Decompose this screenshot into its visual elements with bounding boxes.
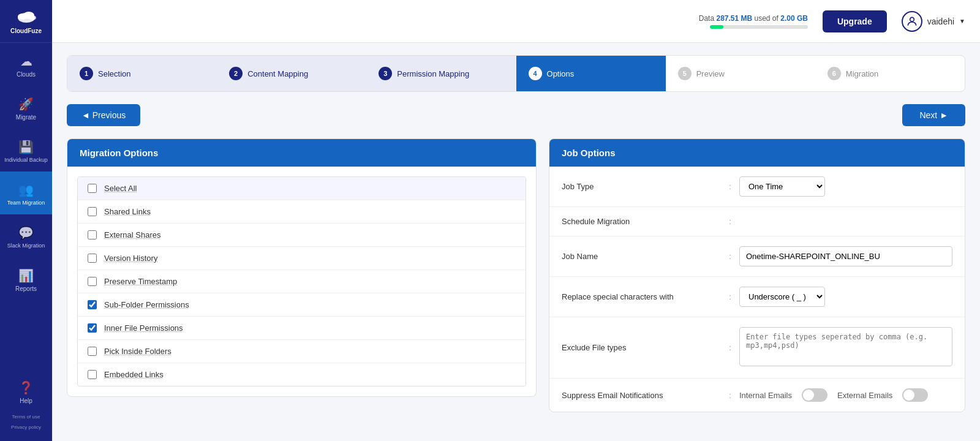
checkbox-row-external-shares[interactable]: External Shares [78,224,526,247]
migration-options-body: Select AllShared LinksExternal SharesVer… [67,167,536,396]
checkbox-label-shared-links: Shared Links [104,207,151,216]
checkbox-preserve-timestamp[interactable] [88,277,97,286]
user-menu[interactable]: vaidehi ▼ [902,11,965,32]
job-separator-0: : [721,182,739,191]
checkbox-version-history[interactable] [88,254,97,263]
job-control-4 [739,327,952,368]
job-input-2[interactable] [739,246,952,266]
checkbox-select-all[interactable] [88,184,97,193]
checkbox-label-embedded-links: Embedded Links [104,370,164,379]
job-options-body: Job Type:One TimeScheduledDeltaSchedule … [549,167,965,412]
job-label-0: Job Type [562,182,721,191]
sidebar-item-reports[interactable]: 📊 Reports [0,257,52,300]
checkbox-row-embedded-links[interactable]: Embedded Links [78,363,526,386]
checkbox-inner-file-permissions[interactable] [88,323,97,333]
job-option-row-2: Job Name: [549,236,965,277]
job-option-row-3: Replace special characters with:Undersco… [549,277,965,317]
job-option-row-0: Job Type:One TimeScheduledDelta [549,167,965,207]
checkbox-row-pick-inside-folders[interactable]: Pick Inside Folders [78,340,526,363]
topbar: Data 287.51 MB used of 2.00 GB Upgrade v… [52,0,980,43]
team-migration-icon: 👥 [18,183,34,197]
brand-logo[interactable]: CloudFuze [0,0,52,43]
next-button[interactable]: Next ► [902,104,965,126]
checkbox-label-external-shares: External Shares [104,230,161,239]
sidebar: CloudFuze ☁ Clouds 🚀 Migrate 💾 Individua… [0,0,52,441]
job-select-3[interactable]: Underscore ( _ )Hyphen ( - )None [739,287,825,307]
job-textarea-4[interactable] [739,327,952,366]
step-preview[interactable]: 5Preview [666,56,815,91]
checkbox-row-inner-file-permissions[interactable]: Inner File Permissions [78,317,526,340]
job-control-1 [739,217,952,226]
internal-emails-label: Internal Emails [739,391,792,400]
sidebar-item-individual-backup[interactable]: 💾 Individual Backup [0,129,52,172]
step-selection[interactable]: 1Selection [67,56,217,91]
checkbox-label-preserve-timestamp: Preserve Timestamp [104,277,177,286]
chevron-down-icon: ▼ [959,18,965,24]
step-permission-mapping[interactable]: 3Permission Mapping [366,56,516,91]
step-label-3: Permission Mapping [397,69,469,78]
data-usage-indicator: Data 287.51 MB used of 2.00 GB [699,14,808,29]
job-options-panel: Job Options Job Type:One TimeScheduledDe… [549,138,965,412]
job-select-0[interactable]: One TimeScheduledDelta [739,176,825,197]
external-emails-toggle[interactable] [902,388,928,402]
step-number-2: 2 [229,67,243,80]
job-separator-5: : [721,391,739,400]
job-control-0: One TimeScheduledDelta [739,176,952,197]
brand-name: CloudFuze [10,28,42,34]
sidebar-item-help[interactable]: ❓ Help [0,373,52,409]
internal-emails-toggle[interactable] [802,388,827,402]
step-content-mapping[interactable]: 2Content Mapping [217,56,366,91]
data-used-of: used of [755,14,778,23]
username: vaidehi [927,17,954,26]
checkbox-external-shares[interactable] [88,230,97,239]
job-option-row-5: Suppress Email Notifications:Internal Em… [549,379,965,412]
checkbox-row-select-all[interactable]: Select All [78,177,526,200]
step-options[interactable]: 4Options [516,56,666,91]
migration-options-panel: Migration Options Select AllShared Links… [67,138,537,412]
reports-icon: 📊 [18,268,34,283]
data-label: Data [699,14,714,23]
job-option-row-1: Schedule Migration: [549,207,965,236]
sidebar-item-team-migration[interactable]: 👥 Team Migration [0,172,52,214]
sidebar-item-clouds[interactable]: ☁ Clouds [0,43,52,86]
step-label-5: Preview [696,69,725,78]
sidebar-item-migrate[interactable]: 🚀 Migrate [0,86,52,129]
storage-bar-fill [710,25,723,29]
nav-buttons: ◄ Previous Next ► [67,104,965,126]
step-label-4: Options [547,69,575,78]
job-label-4: Exclude File types [562,343,721,352]
step-number-4: 4 [529,67,542,80]
storage-bar [710,25,808,29]
help-icon: ❓ [18,380,34,395]
job-label-2: Job Name [562,252,721,261]
sidebar-item-slack-migration[interactable]: 💬 Slack Migration [0,214,52,257]
checkbox-embedded-links[interactable] [88,370,97,379]
terms-link[interactable]: Terms of use [4,412,48,422]
sidebar-label-migrate: Migrate [16,114,36,121]
job-label-3: Replace special characters with [562,292,721,301]
job-label-5: Suppress Email Notifications [562,391,721,400]
checkbox-row-version-history[interactable]: Version History [78,247,526,270]
checkbox-list: Select AllShared LinksExternal SharesVer… [77,176,526,386]
checkbox-shared-links[interactable] [88,207,97,216]
svg-point-3 [29,15,36,20]
upgrade-button[interactable]: Upgrade [823,10,887,32]
step-migration[interactable]: 6Migration [815,56,965,91]
data-used: 287.51 MB [716,14,752,23]
checkbox-pick-inside-folders[interactable] [88,347,97,356]
checkbox-row-shared-links[interactable]: Shared Links [78,200,526,224]
privacy-link[interactable]: Privacy policy [4,422,48,432]
checkbox-row-preserve-timestamp[interactable]: Preserve Timestamp [78,270,526,293]
checkbox-row-subfolder-permissions[interactable]: Sub-Folder Permissions [78,293,526,317]
step-label-6: Migration [846,69,878,78]
backup-icon: 💾 [18,140,34,154]
job-option-row-4: Exclude File types: [549,317,965,379]
job-options-header: Job Options [549,139,965,167]
previous-button[interactable]: ◄ Previous [67,104,140,126]
job-separator-4: : [721,343,739,352]
checkbox-label-select-all: Select All [104,184,137,193]
user-avatar [902,11,922,32]
step-number-5: 5 [678,67,692,80]
checkbox-subfolder-permissions[interactable] [88,300,97,309]
main-content: Data 287.51 MB used of 2.00 GB Upgrade v… [52,0,980,441]
